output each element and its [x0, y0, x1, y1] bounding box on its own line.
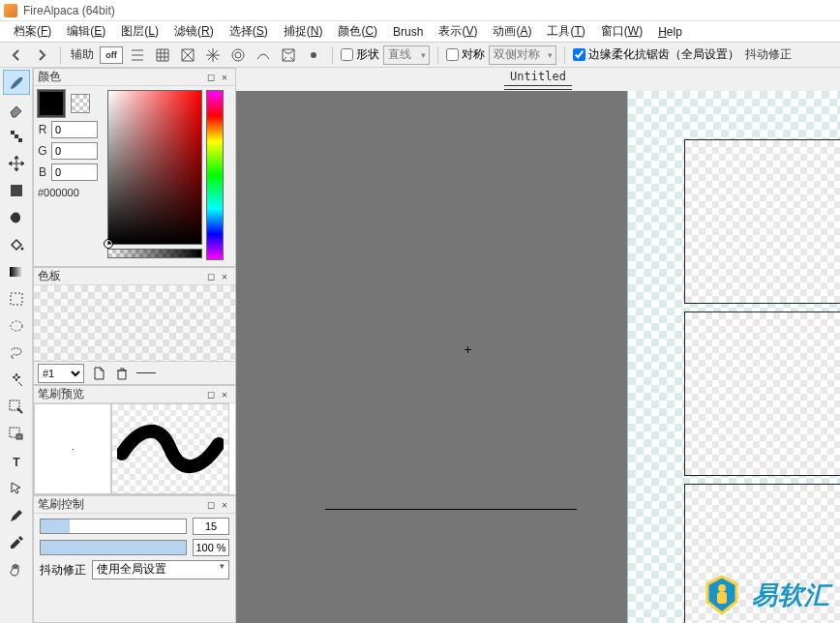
menu-animation[interactable]: 动画(A)	[485, 20, 539, 43]
new-swatch-icon[interactable]	[90, 365, 107, 382]
tool-brush[interactable]	[3, 70, 30, 95]
color-panel-title: 颜色	[38, 69, 204, 85]
tool-pointer[interactable]	[3, 476, 30, 501]
tool-move[interactable]	[3, 151, 30, 176]
tool-select-eraser[interactable]	[3, 422, 30, 447]
snap-grid-icon[interactable]	[152, 45, 173, 65]
canvas-viewport[interactable]	[236, 91, 840, 623]
svg-point-7	[20, 248, 23, 251]
tool-bucket[interactable]	[3, 232, 30, 257]
canvas[interactable]	[627, 91, 840, 623]
foreground-swatch[interactable]	[38, 90, 65, 117]
brush-preview-title: 笔刷预览	[38, 386, 204, 402]
menu-edit[interactable]: 编辑(E)	[59, 20, 113, 43]
divider-icon	[136, 372, 156, 373]
menu-color[interactable]: 颜色(C)	[330, 20, 385, 43]
close-icon[interactable]: ✕	[218, 270, 231, 283]
comic-frame	[684, 312, 840, 476]
symmetry-checkbox[interactable]: 对称	[446, 46, 485, 63]
menu-brush[interactable]: Brush	[385, 22, 431, 42]
b-input[interactable]	[51, 163, 98, 181]
brush-control-title: 笔刷控制	[38, 496, 204, 513]
snap-circle-icon[interactable]	[227, 45, 249, 65]
brush-stroke-preview	[111, 403, 229, 494]
tool-text[interactable]: T	[3, 449, 30, 474]
tool-pen[interactable]	[3, 503, 30, 528]
snap-diag-icon[interactable]	[177, 45, 198, 65]
menu-window[interactable]: 窗口(W)	[593, 20, 650, 43]
svg-rect-6	[11, 185, 22, 196]
brush-size-slider[interactable]	[40, 519, 187, 534]
svg-point-0	[232, 49, 244, 61]
symmetry-select[interactable]: 双侧对称	[489, 45, 556, 65]
background-swatch[interactable]	[71, 94, 90, 113]
nav-prev-button[interactable]	[6, 45, 27, 65]
tool-marquee-rect[interactable]	[3, 286, 30, 312]
menu-view[interactable]: 表示(V)	[431, 20, 485, 43]
tool-gradient[interactable]	[3, 259, 30, 284]
tool-hand[interactable]	[3, 557, 30, 582]
r-input[interactable]	[51, 121, 98, 138]
sv-picker[interactable]	[107, 90, 202, 245]
delete-swatch-icon[interactable]	[113, 365, 131, 382]
palette-grid[interactable]	[34, 285, 235, 361]
snap-radial-icon[interactable]	[202, 45, 224, 65]
menu-select[interactable]: 选择(S)	[222, 20, 276, 43]
antialias-checkbox[interactable]: 边缘柔化抗锯齿（全局设置）	[573, 46, 739, 63]
tool-select-pen[interactable]	[3, 395, 30, 420]
undock-icon[interactable]: ◻	[204, 498, 218, 512]
canvas-area: Untitled	[236, 68, 840, 623]
tools-column: T	[0, 68, 33, 623]
watermark: 易软汇	[700, 573, 830, 617]
tool-eraser[interactable]	[3, 97, 30, 122]
menu-help[interactable]: Help	[650, 22, 690, 42]
brush-opacity-slider[interactable]	[40, 540, 187, 555]
tool-fill-shape[interactable]	[3, 178, 30, 203]
hex-value: #000000	[38, 185, 104, 198]
brush-opacity-value[interactable]: 100 %	[193, 539, 229, 556]
panels-column: 颜色 ◻ ✕ R G B #000000	[33, 68, 236, 623]
brush-size-value[interactable]: 15	[193, 518, 229, 535]
menu-layer[interactable]: 图层(L)	[113, 20, 166, 43]
svg-point-15	[718, 584, 726, 592]
svg-rect-5	[18, 138, 22, 142]
document-tab[interactable]: Untitled	[502, 68, 574, 85]
shape-checkbox[interactable]: 形状	[341, 46, 379, 63]
guide-line	[325, 509, 577, 510]
tool-eyedropper[interactable]	[3, 530, 30, 555]
snap-curve-icon[interactable]	[253, 45, 274, 65]
close-icon[interactable]: ✕	[218, 388, 231, 401]
close-icon[interactable]: ✕	[218, 71, 231, 84]
snap-perspective-icon[interactable]	[278, 45, 299, 65]
svg-rect-16	[717, 592, 727, 604]
color-panel: 颜色 ◻ ✕ R G B #000000	[33, 68, 236, 267]
b-label: B	[38, 165, 47, 179]
menu-snap[interactable]: 捕捉(N)	[276, 20, 331, 43]
undock-icon[interactable]: ◻	[204, 270, 218, 283]
snap-dot-icon[interactable]	[303, 45, 324, 65]
undock-icon[interactable]: ◻	[204, 71, 218, 84]
jitter-correction-select[interactable]: 使用全局设置	[92, 560, 229, 579]
close-icon[interactable]: ✕	[218, 498, 231, 512]
menu-file[interactable]: 档案(F)	[6, 20, 59, 43]
jitter-label: 抖动修正	[743, 46, 794, 63]
assist-off-button[interactable]: off	[100, 46, 123, 64]
palette-preset-select[interactable]: #1	[38, 364, 84, 383]
alpha-slider[interactable]	[107, 249, 202, 258]
app-title: FireAlpaca (64bit)	[23, 4, 115, 17]
nav-next-button[interactable]	[31, 45, 52, 65]
g-input[interactable]	[51, 142, 98, 160]
menu-filter[interactable]: 滤镜(R)	[166, 20, 222, 43]
menu-tools[interactable]: 工具(T)	[539, 20, 592, 43]
undock-icon[interactable]: ◻	[204, 388, 218, 401]
tool-lasso[interactable]	[3, 341, 30, 366]
tool-dot[interactable]	[3, 124, 30, 149]
snap-parallel-icon[interactable]	[127, 45, 148, 65]
tool-marquee-ellipse[interactable]	[3, 313, 30, 339]
shape-select[interactable]: 直线	[383, 45, 430, 65]
tool-magic-wand[interactable]	[3, 368, 30, 393]
toolbar: 辅助 off 形状 直线 对称 双侧对称 边缘柔化抗锯齿（全局设置） 抖动修正	[0, 43, 840, 68]
tool-blob[interactable]	[3, 205, 30, 230]
titlebar: FireAlpaca (64bit)	[0, 0, 840, 21]
hue-slider[interactable]	[206, 90, 224, 260]
